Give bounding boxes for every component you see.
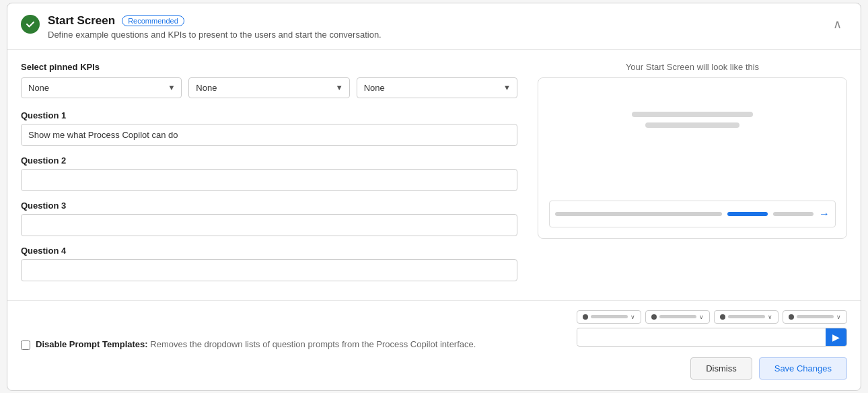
preview-line-2 bbox=[645, 122, 739, 128]
header-title-row: Start Screen Recommended bbox=[48, 14, 382, 28]
preview-input-line bbox=[555, 212, 722, 216]
checkbox-label-strong: Disable Prompt Templates: bbox=[36, 339, 148, 349]
preview-blue-line bbox=[727, 212, 768, 216]
header-title-block: Start Screen Recommended Define example … bbox=[48, 14, 382, 40]
preview-content-top bbox=[549, 92, 836, 128]
save-changes-button[interactable]: Save Changes bbox=[759, 357, 847, 380]
kpi-select-2[interactable]: None bbox=[188, 77, 349, 98]
mini-line-4 bbox=[797, 315, 834, 318]
check-icon bbox=[21, 15, 40, 34]
recommended-badge: Recommended bbox=[122, 15, 184, 26]
kpi-section-label: Select pinned KPIs bbox=[21, 62, 517, 72]
kpi-select-wrapper-1: None ▼ bbox=[21, 77, 182, 98]
mini-input-field[interactable] bbox=[577, 329, 826, 345]
panel-subtitle: Define example questions and KPIs to pre… bbox=[48, 30, 382, 40]
preview-label: Your Start Screen will look like this bbox=[538, 62, 847, 72]
mini-chevron-2: ∨ bbox=[699, 314, 704, 320]
question-block-4: Question 4 bbox=[21, 246, 517, 281]
kpi-select-3[interactable]: None bbox=[357, 77, 517, 98]
header-left: Start Screen Recommended Define example … bbox=[21, 14, 382, 40]
collapse-button[interactable]: ∧ bbox=[828, 14, 847, 34]
preview-short-line bbox=[773, 212, 813, 216]
panel-footer: Disable Prompt Templates: Removes the dr… bbox=[7, 301, 861, 390]
question-block-2: Question 2 bbox=[21, 155, 517, 191]
mini-dropdown-2[interactable]: ∨ bbox=[645, 310, 710, 324]
question-label-2: Question 2 bbox=[21, 155, 517, 166]
mini-dot-3 bbox=[720, 314, 725, 320]
question-input-2[interactable] bbox=[21, 169, 517, 191]
preview-bottom-row: → bbox=[549, 201, 836, 227]
mini-chevron-1: ∨ bbox=[630, 314, 635, 320]
mini-dropdown-4[interactable]: ∨ bbox=[783, 310, 847, 324]
mini-dropdowns-row: ∨ ∨ ∨ ∨ bbox=[577, 310, 847, 324]
kpi-select-1[interactable]: None bbox=[21, 77, 182, 98]
checkbox-description: Removes the dropdown lists of question p… bbox=[150, 339, 476, 349]
arrow-right-icon: → bbox=[819, 208, 830, 220]
preview-box: → bbox=[538, 77, 847, 239]
footer-left: Disable Prompt Templates: Removes the dr… bbox=[21, 339, 476, 350]
right-section: Your Start Screen will look like this → bbox=[538, 62, 847, 291]
mini-input-row: ▶ bbox=[577, 328, 847, 347]
footer-right: ∨ ∨ ∨ ∨ bbox=[577, 310, 847, 380]
question-input-4[interactable] bbox=[21, 259, 517, 281]
btn-row: Dismiss Save Changes bbox=[690, 357, 847, 380]
panel-body: Select pinned KPIs None ▼ None ▼ None bbox=[7, 50, 861, 291]
question-block-3: Question 3 bbox=[21, 201, 517, 236]
question-input-3[interactable] bbox=[21, 214, 517, 236]
mini-chevron-4: ∨ bbox=[836, 314, 841, 320]
mini-dropdown-3[interactable]: ∨ bbox=[714, 310, 779, 324]
mini-dot-1 bbox=[583, 314, 588, 320]
question-label-4: Question 4 bbox=[21, 246, 517, 256]
send-icon: ▶ bbox=[832, 332, 840, 343]
mini-dropdown-1[interactable]: ∨ bbox=[577, 310, 641, 324]
mini-chevron-3: ∨ bbox=[768, 314, 772, 320]
question-label-1: Question 1 bbox=[21, 110, 517, 120]
question-block-1: Question 1 bbox=[21, 110, 517, 146]
kpi-select-wrapper-3: None ▼ bbox=[357, 77, 517, 98]
panel-header: Start Screen Recommended Define example … bbox=[7, 3, 861, 50]
start-screen-panel: Start Screen Recommended Define example … bbox=[7, 3, 861, 391]
mini-line-2 bbox=[659, 315, 696, 318]
left-section: Select pinned KPIs None ▼ None ▼ None bbox=[21, 62, 538, 291]
question-label-3: Question 3 bbox=[21, 201, 517, 211]
mini-dot-2 bbox=[651, 314, 657, 320]
mini-line-1 bbox=[591, 315, 628, 318]
kpi-dropdowns-row: None ▼ None ▼ None ▼ bbox=[21, 77, 517, 98]
footer-label: Disable Prompt Templates: Removes the dr… bbox=[36, 339, 476, 349]
mini-line-3 bbox=[728, 315, 765, 318]
mini-dot-4 bbox=[789, 314, 794, 320]
mini-send-button[interactable]: ▶ bbox=[826, 328, 846, 346]
dismiss-button[interactable]: Dismiss bbox=[690, 357, 752, 380]
question-input-1[interactable] bbox=[21, 124, 517, 146]
preview-line-1 bbox=[632, 112, 753, 117]
kpi-select-wrapper-2: None ▼ bbox=[188, 77, 349, 98]
panel-title: Start Screen bbox=[48, 14, 115, 28]
disable-prompt-templates-checkbox[interactable] bbox=[21, 341, 30, 350]
